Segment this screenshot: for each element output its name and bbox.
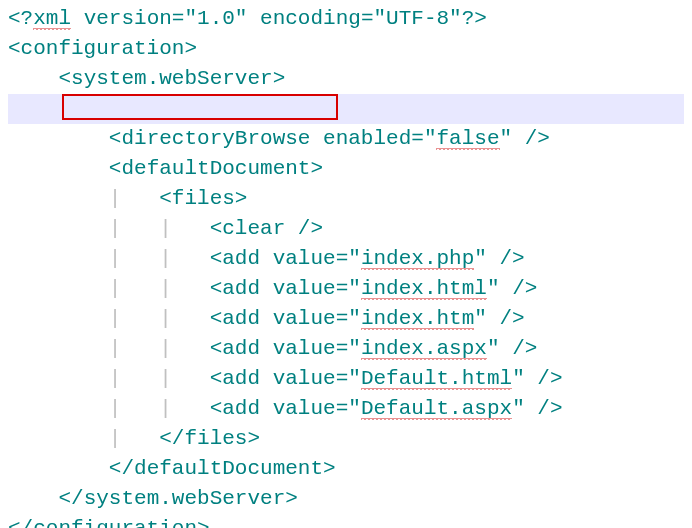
tag-add: <add value="index.html" /> [210, 277, 538, 301]
tag-add: <add value="index.aspx" /> [210, 337, 538, 361]
code-line-11: | | <add value="index.htm" /> [8, 304, 684, 334]
code-line-13: | | <add value="Default.html" /> [8, 364, 684, 394]
code-line-10: | | <add value="index.html" /> [8, 274, 684, 304]
tag-configuration-close: </configuration> [8, 517, 210, 528]
highlight-redbox [62, 94, 338, 120]
token-index-php: index.php [361, 247, 474, 271]
code-line-2: <configuration> [8, 34, 684, 64]
tag-add: <add value="Default.aspx" /> [210, 397, 563, 421]
indent-guide: | | [109, 367, 210, 390]
code-line-18: </configuration> [8, 514, 684, 528]
code-line-15: | </files> [8, 424, 684, 454]
token-index-htm: index.htm [361, 307, 474, 331]
tag-system-webserver-close: </system.webServer> [58, 487, 297, 510]
tag-files-close: </files> [159, 427, 260, 450]
code-line-12: | | <add value="index.aspx" /> [8, 334, 684, 364]
code-line-3: <system.webServer> [8, 64, 684, 94]
indent-guide: | | [109, 397, 210, 420]
indent-guide: | | [109, 217, 210, 240]
tag-add: <add value="index.htm" /> [210, 307, 525, 331]
indent-guide: | | [109, 247, 210, 270]
tag-directorybrowse: <directoryBrowse enabled="false" /> [109, 127, 550, 151]
code-line-5: <directoryBrowse enabled="false" /> [8, 124, 684, 154]
indent-guide: | [109, 427, 159, 450]
token-false: false [436, 127, 499, 151]
code-line-16: </defaultDocument> [8, 454, 684, 484]
tag-add: <add value="Default.html" /> [210, 367, 563, 391]
indent-guide: | | [109, 337, 210, 360]
tag-files-open: <files> [159, 187, 247, 210]
tag-defaultdocument-close: </defaultDocument> [109, 457, 336, 480]
code-line-17: </system.webServer> [8, 484, 684, 514]
indent-guide: | [109, 187, 159, 210]
indent-guide: | | [109, 277, 210, 300]
indent-guide: | | [109, 307, 210, 330]
tag-defaultdocument-open: <defaultDocument> [109, 157, 323, 180]
tag-add: <add value="index.php" /> [210, 247, 525, 271]
xml-decl: <?xml version="1.0" encoding="UTF-8"?> [8, 7, 487, 31]
code-line-7: | <files> [8, 184, 684, 214]
code-line-9: | | <add value="index.php" /> [8, 244, 684, 274]
token-index-html: index.html [361, 277, 487, 301]
tag-configuration-open: <configuration> [8, 37, 197, 60]
code-line-8: | | <clear /> [8, 214, 684, 244]
token-default-html: Default.html [361, 367, 512, 391]
token-index-aspx: index.aspx [361, 337, 487, 361]
code-line-14: | | <add value="Default.aspx" /> [8, 394, 684, 424]
code-line-6: <defaultDocument> [8, 154, 684, 184]
tag-clear: <clear /> [210, 217, 323, 240]
code-line-1: <?xml version="1.0" encoding="UTF-8"?> [8, 4, 684, 34]
code-line-4-highlighted[interactable] [8, 94, 684, 124]
tag-system-webserver-open: <system.webServer> [58, 67, 285, 90]
token-xml: xml [33, 7, 71, 31]
token-default-aspx: Default.aspx [361, 397, 512, 421]
